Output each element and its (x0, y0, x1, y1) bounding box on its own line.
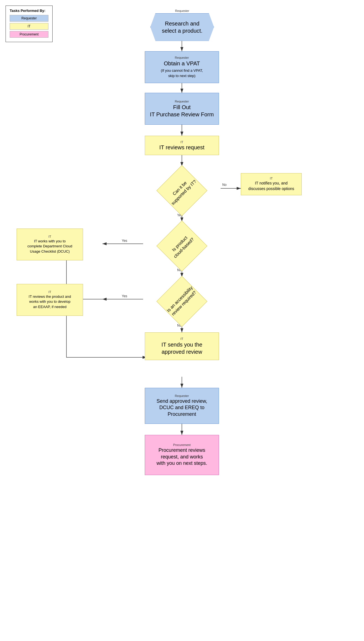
node-start: Requester Research andselect a product. (147, 8, 218, 42)
node-send-procurement-role: Requester (175, 394, 189, 398)
node-approved-review-text: IT sends you theapproved review (161, 341, 202, 355)
node-proc-reviews-text: Procurement reviewsrequest, and workswit… (156, 447, 207, 466)
node-it-notifies: IT IT notifies you, anddiscusses possibl… (241, 173, 302, 195)
node-dcuc-text: IT works with you tocomplete Department … (27, 239, 72, 254)
node-fill-form-text: Fill OutIT Purchase Review Form (150, 104, 214, 118)
node-proc-reviews-role: Procurement (173, 443, 191, 447)
node-vpat-text: Obtain a VPAT (164, 60, 200, 67)
node-dcuc: IT IT works with you tocomplete Departme… (17, 229, 83, 260)
node-vpat-subtext: (If you cannot find a VPAT,skip to next … (161, 68, 203, 78)
node-start-text: Research andselect a product. (162, 20, 203, 34)
node-proc-reviews: Procurement Procurement reviewsrequest, … (145, 435, 219, 475)
node-it-notifies-text: IT notifies you, anddiscusses possible o… (248, 181, 294, 191)
node-start-role: Requester (175, 9, 189, 12)
node-it-reviews-role: IT (180, 140, 183, 144)
legend: Tasks Performed By: Requester IT Procure… (6, 6, 53, 42)
node-dcuc-role: IT (48, 235, 51, 238)
node-it-reviews-text: IT reviews request (159, 144, 204, 151)
node-fill-form: Requester Fill OutIT Purchase Review For… (145, 93, 219, 125)
node-access-review: IT Is an accessibilityreview required? (143, 276, 221, 322)
node-eeaap-text: IT reviews the product andworks with you… (29, 294, 71, 309)
node-approved-review: IT IT sends you theapproved review (145, 332, 219, 360)
node-can-support: IT Can it besupported by IT? (143, 166, 221, 211)
node-vpat-role: Requester (175, 56, 189, 59)
legend-title: Tasks Performed By: (10, 9, 48, 13)
yes-cloud-label: Yes (122, 239, 127, 243)
node-it-notifies-role: IT (270, 177, 273, 180)
node-is-cloud: IT Is productcloud-based? (143, 221, 221, 266)
node-send-procurement-text: Send approved review,DCUC and EREQ toPro… (156, 398, 207, 417)
node-eeaap-role: IT (48, 290, 51, 294)
node-fill-form-role: Requester (175, 100, 189, 103)
node-send-procurement: Requester Send approved review,DCUC and … (145, 388, 219, 424)
yes-access-label: Yes (122, 294, 127, 298)
page-container: Tasks Performed By: Requester IT Procure… (0, 0, 364, 641)
no-support-label: No (222, 183, 226, 187)
legend-requester: Requester (10, 15, 48, 22)
node-eeaap: IT IT reviews the product andworks with … (17, 284, 83, 316)
node-approved-review-role: IT (180, 337, 183, 340)
node-vpat: Requester Obtain a VPAT (If you cannot f… (145, 51, 219, 83)
node-it-reviews: IT IT reviews request (145, 136, 219, 155)
legend-procurement: Procurement (10, 31, 48, 38)
legend-it: IT (10, 23, 48, 30)
